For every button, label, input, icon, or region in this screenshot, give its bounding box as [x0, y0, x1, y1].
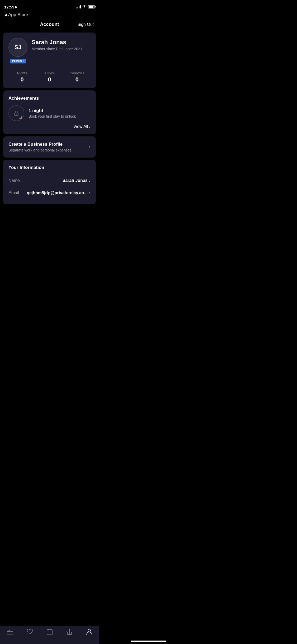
email-value: qcjbbm5jdp@privaterelay.ap...: [27, 191, 87, 195]
status-time: 12:59 ▶: [4, 5, 17, 9]
status-bar: 12:59 ▶: [0, 0, 99, 12]
business-chevron-icon: ›: [89, 144, 91, 150]
stat-cities: Cities 0: [36, 71, 63, 83]
wifi-icon: [82, 5, 87, 9]
achievement-icon: 🌙: [8, 105, 24, 121]
stat-nights: Nights 0: [8, 71, 36, 83]
back-nav[interactable]: ◀ App Store: [0, 12, 99, 20]
business-profile-card[interactable]: Create a Business Profile Separate work …: [3, 136, 96, 158]
stats-row: Nights 0 Cities 0 Countries 0: [8, 68, 91, 83]
cities-label: Cities: [45, 71, 54, 75]
stat-countries: Countries 0: [63, 71, 91, 83]
sign-out-button[interactable]: Sign Out: [73, 22, 94, 27]
page-title: Account: [26, 22, 73, 27]
cities-value: 0: [48, 76, 51, 83]
perks-badge: PERKS I: [10, 59, 26, 63]
battery-icon: [88, 5, 95, 8]
chevron-right-icon: ›: [89, 124, 91, 129]
profile-member-since: Member since December 2021: [32, 47, 91, 51]
moon-icon: 🌙: [19, 116, 22, 119]
countries-value: 0: [75, 76, 78, 83]
email-label: Email: [8, 191, 19, 195]
avatar: SJ: [8, 38, 27, 57]
status-icons: [76, 5, 95, 9]
signal-icon: [76, 5, 81, 8]
profile-info: Sarah Jonas Member since December 2021: [32, 38, 91, 51]
name-value: Sarah Jonas: [63, 178, 88, 183]
location-icon: ▶: [15, 5, 17, 9]
info-row-email[interactable]: Email qcjbbm5jdp@privaterelay.ap... ›: [8, 187, 91, 199]
nights-value: 0: [20, 76, 23, 83]
achievement-text: 1 night Book your first stay to unlock: [29, 108, 76, 118]
lock-icon: [13, 109, 20, 117]
nav-bar: Account Sign Out: [0, 20, 99, 30]
achievement-row: 🌙 1 night Book your first stay to unlock: [8, 105, 91, 121]
avatar-wrapper: SJ PERKS I: [8, 38, 27, 63]
view-all-label[interactable]: View All: [73, 124, 88, 129]
nights-label: Nights: [17, 71, 27, 75]
info-row-name[interactable]: Name Sarah Jonas ›: [8, 174, 91, 187]
achievements-title: Achievements: [8, 96, 91, 101]
email-chevron-icon: ›: [89, 191, 91, 195]
your-information-title: Your Information: [8, 165, 91, 170]
svg-point-1: [16, 114, 17, 115]
back-arrow-icon: ◀: [4, 13, 7, 17]
view-all-row[interactable]: View All ›: [8, 124, 91, 129]
profile-name: Sarah Jonas: [32, 39, 91, 46]
your-information-card: Your Information Name Sarah Jonas › Emai…: [3, 160, 96, 204]
back-label[interactable]: App Store: [8, 12, 28, 17]
business-desc: Separate work and personal expenses: [8, 148, 72, 152]
name-chevron-icon: ›: [89, 178, 91, 183]
achievement-desc: Book your first stay to unlock: [29, 114, 76, 118]
countries-label: Countries: [70, 71, 84, 75]
profile-card: SJ PERKS I Sarah Jonas Member since Dece…: [3, 33, 96, 88]
name-label: Name: [8, 178, 20, 183]
main-content: SJ PERKS I Sarah Jonas Member since Dece…: [0, 33, 99, 230]
achievements-card: Achievements 🌙 1 night Book your first s…: [3, 90, 96, 134]
achievement-title: 1 night: [29, 108, 76, 113]
business-title: Create a Business Profile: [8, 142, 72, 147]
